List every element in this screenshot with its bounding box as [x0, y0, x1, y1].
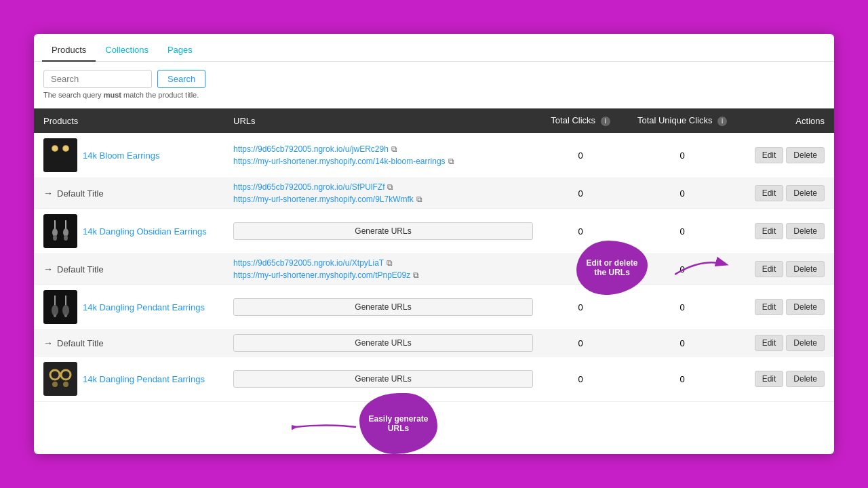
- total-clicks-cell: 0: [533, 264, 628, 274]
- table-row: 14k Dangling Pendant Earrings Generate U…: [34, 357, 834, 402]
- total-unique-clicks-cell: 0: [628, 226, 736, 237]
- product-cell: 14k Dangling Pendant Earrings: [43, 290, 233, 324]
- copy-icon[interactable]: ⧉: [416, 195, 422, 204]
- product-thumbnail: [43, 290, 77, 324]
- copy-icon[interactable]: ⧉: [391, 144, 397, 154]
- delete-button[interactable]: Delete: [786, 261, 825, 277]
- edit-button[interactable]: Edit: [755, 261, 784, 277]
- svg-point-19: [63, 382, 68, 387]
- actions-cell: Edit Delete: [736, 261, 825, 277]
- actions-cell: Edit Delete: [736, 335, 825, 351]
- svg-point-2: [52, 146, 58, 151]
- delete-button[interactable]: Delete: [786, 185, 825, 201]
- tabs-bar: Products Collections Pages: [34, 34, 834, 62]
- copy-icon[interactable]: ⧉: [448, 157, 454, 166]
- url-cell: Generate URLs: [233, 298, 533, 316]
- product-cell: 14k Dangling Obsidian Earrings: [43, 214, 233, 248]
- product-cell: 14k Bloom Earrings: [43, 138, 233, 172]
- generate-urls-button[interactable]: Generate URLs: [233, 334, 533, 352]
- url-link[interactable]: https://9d65cb792005.ngrok.io/u/jwERc29h: [233, 144, 389, 154]
- variant-cell: → Default Title: [43, 338, 233, 348]
- svg-rect-5: [65, 220, 66, 230]
- search-input[interactable]: [43, 70, 152, 88]
- generate-urls-button[interactable]: Generate URLs: [233, 298, 533, 316]
- url-link[interactable]: https://my-url-shortener.myshopify.com/t…: [233, 270, 410, 280]
- url-link[interactable]: https://9d65cb792005.ngrok.io/u/XtpyLiaT: [233, 258, 384, 268]
- product-name-link[interactable]: 14k Bloom Earrings: [83, 150, 159, 161]
- url-link[interactable]: https://9d65cb792005.ngrok.io/u/SfPUlFZf: [233, 182, 384, 192]
- th-actions: Actions: [736, 116, 825, 126]
- svg-point-17: [61, 370, 71, 380]
- callout-generate-arrow: [292, 410, 359, 444]
- total-clicks-cell: 0: [533, 338, 628, 348]
- url-row: https://9d65cb792005.ngrok.io/u/jwERc29h…: [233, 144, 533, 154]
- total-unique-clicks-cell: 0: [628, 150, 736, 161]
- product-name-link[interactable]: 14k Dangling Obsidian Earrings: [83, 226, 207, 237]
- url-row: https://9d65cb792005.ngrok.io/u/XtpyLiaT…: [233, 258, 533, 268]
- table-row: → Default Title https://9d65cb792005.ngr…: [34, 254, 834, 285]
- th-total-clicks: Total Clicks i: [533, 115, 628, 126]
- url-row: https://9d65cb792005.ngrok.io/u/SfPUlFZf…: [233, 182, 533, 192]
- copy-icon[interactable]: ⧉: [413, 270, 419, 280]
- total-clicks-cell: 0: [533, 226, 628, 237]
- arrow-icon: →: [43, 264, 53, 274]
- total-unique-clicks-info-icon[interactable]: i: [717, 117, 727, 126]
- product-thumbnail: [43, 138, 77, 172]
- delete-button[interactable]: Delete: [786, 299, 825, 315]
- total-clicks-info-icon[interactable]: i: [601, 117, 610, 126]
- url-cell: https://9d65cb792005.ngrok.io/u/SfPUlFZf…: [233, 182, 533, 204]
- actions-cell: Edit Delete: [736, 223, 825, 239]
- delete-button[interactable]: Delete: [786, 147, 825, 163]
- total-unique-clicks-cell: 0: [628, 188, 736, 199]
- app-container: Products Collections Pages Search The se…: [34, 34, 834, 454]
- generate-urls-button[interactable]: Generate URLs: [233, 370, 533, 388]
- callout-generate-wrapper: Easily generate URLs: [359, 393, 437, 454]
- search-button[interactable]: Search: [157, 70, 205, 88]
- tab-pages[interactable]: Pages: [158, 39, 202, 62]
- edit-button[interactable]: Edit: [755, 335, 784, 351]
- edit-button[interactable]: Edit: [755, 223, 784, 239]
- arrow-icon: →: [43, 338, 53, 348]
- product-cell: 14k Dangling Pendant Earrings: [43, 362, 233, 396]
- total-clicks-cell: 0: [533, 302, 628, 312]
- delete-button[interactable]: Delete: [786, 335, 825, 351]
- table-row: → Default Title Generate URLs 0 0 Edit D…: [34, 330, 834, 357]
- generate-urls-button[interactable]: Generate URLs: [233, 222, 533, 240]
- product-name-link[interactable]: 14k Dangling Pendant Earrings: [83, 302, 205, 312]
- delete-button[interactable]: Delete: [786, 223, 825, 239]
- search-row: Search: [43, 70, 825, 88]
- edit-button[interactable]: Edit: [755, 371, 784, 387]
- table-wrapper: Products URLs Total Clicks i Total Uniqu…: [34, 108, 834, 402]
- copy-icon[interactable]: ⧉: [387, 182, 393, 192]
- product-name-link[interactable]: 14k Dangling Pendant Earrings: [83, 374, 205, 384]
- svg-point-3: [63, 146, 68, 151]
- url-cell: Generate URLs: [233, 222, 533, 240]
- actions-cell: Edit Delete: [736, 147, 825, 163]
- variant-cell: → Default Title: [43, 188, 233, 199]
- edit-button[interactable]: Edit: [755, 147, 784, 163]
- url-cell: Generate URLs: [233, 370, 533, 388]
- copy-icon[interactable]: ⧉: [387, 258, 393, 268]
- search-hint: The search query must match the product …: [43, 91, 825, 99]
- tab-collections[interactable]: Collections: [96, 39, 158, 62]
- edit-button[interactable]: Edit: [755, 299, 784, 315]
- url-row: https://my-url-shortener.myshopify.com/t…: [233, 270, 533, 280]
- variant-name: Default Title: [57, 264, 104, 274]
- table-row: → Default Title https://9d65cb792005.ngr…: [34, 178, 834, 209]
- url-link[interactable]: https://my-url-shortener.myshopify.com/1…: [233, 157, 446, 166]
- th-total-unique-clicks: Total Unique Clicks i: [628, 115, 736, 126]
- arrow-icon: →: [43, 188, 53, 199]
- edit-button[interactable]: Edit: [755, 185, 784, 201]
- total-unique-clicks-cell: 0: [628, 302, 736, 312]
- th-products: Products: [43, 116, 233, 126]
- url-link[interactable]: https://my-url-shortener.myshopify.com/9…: [233, 195, 414, 204]
- delete-button[interactable]: Delete: [786, 371, 825, 387]
- svg-point-13: [62, 305, 69, 316]
- total-clicks-cell: 0: [533, 150, 628, 161]
- svg-point-16: [50, 370, 60, 380]
- variant-cell: → Default Title: [43, 264, 233, 274]
- tab-products[interactable]: Products: [42, 39, 96, 62]
- url-cell: https://9d65cb792005.ngrok.io/u/XtpyLiaT…: [233, 258, 533, 280]
- url-row: https://my-url-shortener.myshopify.com/9…: [233, 195, 533, 204]
- search-area: Search The search query must match the p…: [34, 62, 834, 103]
